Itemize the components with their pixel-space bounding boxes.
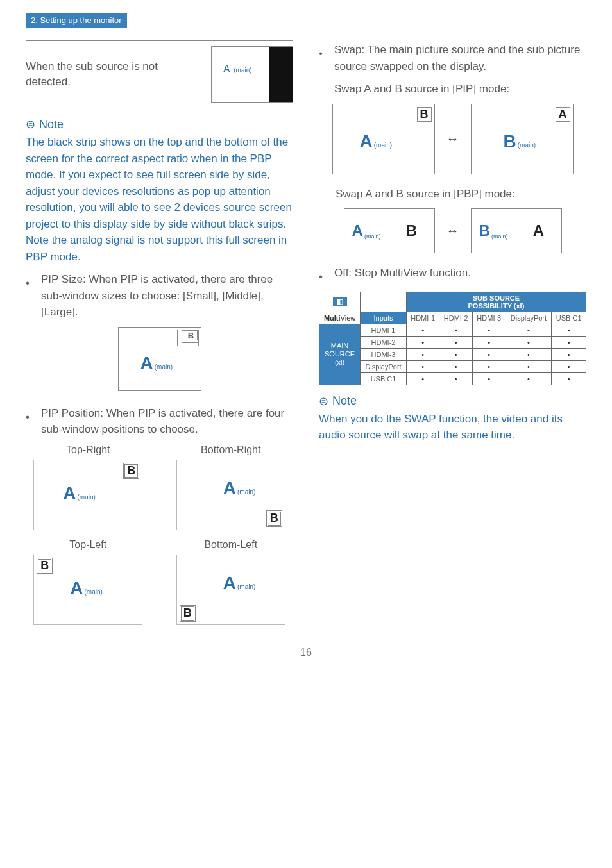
swap-text: Swap: The main picture source and the su… (334, 42, 586, 74)
a-label: A (360, 131, 373, 152)
pip-position-text: PIP Position: When PIP is activated, the… (41, 405, 293, 438)
a-label: A (223, 478, 236, 499)
sub-source-header: SUB SOURCE POSSIBILITY (xl) (406, 292, 586, 312)
divider (26, 40, 293, 41)
main-suffix: (main) (234, 67, 251, 74)
b-box: B (266, 510, 282, 527)
bullet-icon: • (26, 271, 32, 321)
sub-not-detected-figure: A (main) (211, 46, 293, 103)
inputs-label: Inputs (361, 312, 407, 324)
b-box: B (123, 463, 139, 480)
main-suffix: (main) (518, 142, 536, 149)
swap-arrow-icon: ↔ (446, 131, 459, 146)
note-icon: ⊜ (26, 117, 35, 131)
swap-pbp-caption: Swap A and B source in [PBP] mode: (319, 186, 586, 203)
col-header: DisplayPort (506, 312, 552, 324)
right-column: • Swap: The main picture source and the … (319, 35, 586, 628)
a-label: A (223, 63, 230, 74)
row-label: HDMI-2 (361, 336, 407, 348)
pos-top-left-label: Top-Left (26, 539, 151, 551)
note-icon: ⊜ (319, 394, 328, 408)
row-label: HDMI-1 (361, 324, 407, 336)
left-column: When the sub source is not detected. A (… (26, 35, 293, 628)
swap-pip-caption: Swap A and B source in [PIP] mode: (334, 81, 586, 97)
bullet-icon: • (319, 265, 325, 285)
main-suffix: (main) (374, 142, 392, 149)
note-body: The black strip shows on the top and the… (26, 134, 293, 265)
main-suffix: (main) (237, 488, 255, 496)
col-header: USB C1 (552, 312, 586, 324)
pip-size-text: PIP Size: When PIP is activated, there a… (41, 271, 293, 321)
a-label: A (352, 222, 363, 240)
pos-bottom-right-label: Bottom-Right (169, 444, 294, 456)
main-suffix: (main) (491, 233, 508, 240)
b-label: B (389, 218, 434, 244)
pip-position-grid: Top-Right A(main) B Bottom-Right A(main)… (26, 444, 293, 628)
page-number: 16 (26, 647, 586, 658)
multiview-compatibility-table: ◧ SUB SOURCE POSSIBILITY (xl) MultiView … (319, 292, 586, 385)
divider (26, 108, 293, 108)
sub-not-detected-text: When the sub source is not detected. (26, 59, 198, 90)
b-box: B (417, 107, 432, 122)
swap-pip-figure: A(main) B ↔ B(main) A (319, 104, 586, 174)
a-label: A (223, 573, 236, 594)
pip-size-figure: A (main) B (26, 327, 293, 394)
main-suffix: (main) (77, 494, 95, 501)
note-body: When you do the SWAP function, the video… (319, 411, 586, 444)
multiview-label: MultiView (319, 312, 361, 324)
a-box: A (556, 107, 570, 122)
pos-bottom-left-label: Bottom-Left (169, 539, 294, 551)
note-label: Note (39, 118, 64, 131)
row-label: HDMI-3 (361, 348, 407, 360)
a-label: A (140, 353, 153, 374)
bullet-icon: • (26, 405, 32, 438)
main-source-label: MAINSOURCE(xl) (319, 324, 361, 385)
b-box: B (37, 558, 53, 574)
row-label: USB C1 (361, 372, 407, 385)
a-label: A (516, 218, 561, 244)
col-header: HDMI-3 (473, 312, 506, 324)
b-box: B (180, 605, 196, 622)
main-suffix: (main) (364, 233, 381, 240)
swap-pbp-figure: A(main) B ↔ B(main) A (319, 208, 586, 253)
main-suffix: (main) (155, 363, 173, 371)
main-suffix: (main) (237, 583, 255, 590)
a-label: A (70, 578, 83, 599)
note-label: Note (332, 394, 357, 408)
b-label: B (479, 222, 490, 240)
main-suffix: (main) (84, 588, 102, 596)
col-header: HDMI-2 (439, 312, 473, 324)
pos-top-right-label: Top-Right (26, 444, 151, 456)
off-text: Off: Stop MultiView function. (334, 265, 586, 285)
col-header: HDMI-1 (406, 312, 439, 324)
b-label: B (504, 131, 516, 152)
bullet-icon: • (319, 42, 325, 97)
swap-arrow-icon: ↔ (446, 224, 459, 238)
chapter-tab: 2. Setting up the monitor (26, 13, 127, 28)
b-label: B (185, 331, 198, 340)
row-label: DisplayPort (361, 360, 407, 372)
a-label: A (63, 483, 76, 504)
